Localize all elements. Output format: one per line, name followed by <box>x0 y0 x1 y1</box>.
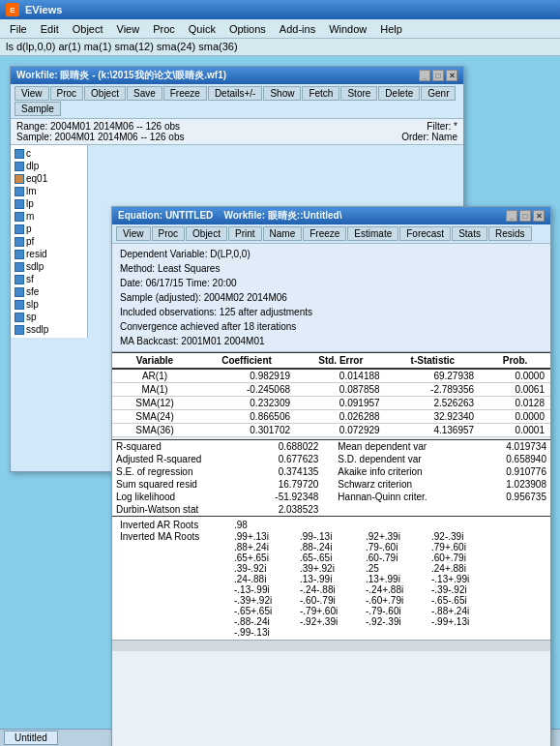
stats-row: Durbin-Watson stat2.038523 <box>112 503 550 516</box>
wf-store-btn[interactable]: Store <box>340 86 377 101</box>
eq-controls[interactable]: _ □ ✕ <box>506 210 545 222</box>
convergence-line: Convergence achieved after 18 iterations <box>120 319 543 334</box>
app-title-bar: E EViews <box>0 0 560 19</box>
formula-bar: ls d(lp,0,0) ar(1) ma(1) sma(12) sma(24)… <box>0 39 560 56</box>
menu-proc[interactable]: Proc <box>147 22 181 36</box>
wf-show-btn[interactable]: Show <box>263 86 301 101</box>
menu-file[interactable]: File <box>4 22 33 36</box>
eq-toolbar: View Proc Object Print Name Freeze Estim… <box>112 224 550 244</box>
menu-view[interactable]: View <box>111 22 146 36</box>
eq-maximize-button[interactable]: □ <box>519 210 531 222</box>
equation-window: Equation: UNTITLED Workfile: 眼睛炎::Untitl… <box>111 206 551 746</box>
var-sfe[interactable]: sfe <box>15 285 83 298</box>
eq-name-btn[interactable]: Name <box>263 226 303 241</box>
wf-sample-btn[interactable]: Sample <box>15 102 61 116</box>
eq-stats-btn[interactable]: Stats <box>452 226 487 241</box>
coef-row: SMA(36)0.3017020.0729294.1369570.0001 <box>112 424 550 437</box>
var-icon-dlp <box>15 162 24 171</box>
menu-options[interactable]: Options <box>223 22 272 36</box>
var-icon-sp <box>15 313 24 322</box>
var-lp[interactable]: lp <box>15 197 83 210</box>
method-line: Method: Least Squares <box>120 261 543 276</box>
eq-proc-btn[interactable]: Proc <box>152 226 186 241</box>
var-sdlp[interactable]: sdlp <box>15 260 83 273</box>
order-text: Order: Name <box>401 132 457 142</box>
ma-roots-row: .65+.65i.65-.65i.60-.79i.60+.79i <box>234 552 489 563</box>
eq-view-btn[interactable]: View <box>116 226 151 241</box>
var-dlp[interactable]: dlp <box>15 160 83 172</box>
eq-minimize-button[interactable]: _ <box>506 210 517 222</box>
sample-adj-line: Sample (adjusted): 2004M02 2014M06 <box>120 290 543 305</box>
workfile-title-bar: Workfile: 眼睛炎 - (k:\2015我的论文\眼睛炎.wf1) _ … <box>11 67 463 84</box>
wf-view-btn[interactable]: View <box>15 86 49 101</box>
menu-addins[interactable]: Add-ins <box>274 22 321 36</box>
col-variable: Variable <box>112 353 197 370</box>
eq-forecast-btn[interactable]: Forecast <box>399 226 451 241</box>
stats-row: Log likelihood-51.92348Hannan-Quinn crit… <box>112 491 550 503</box>
var-c[interactable]: c <box>15 147 83 160</box>
ma-roots-row: -.65+.65i-.79+.60i-.79-.60i-.88+.24i <box>234 606 489 616</box>
var-icon-c <box>15 149 24 159</box>
eq-object-btn[interactable]: Object <box>186 226 227 241</box>
var-eq01[interactable]: eq01 <box>15 172 83 185</box>
var-sp[interactable]: sp <box>15 311 83 323</box>
col-stderr: Std. Error <box>296 353 386 370</box>
menu-edit[interactable]: Edit <box>35 22 65 36</box>
wf-freeze-btn[interactable]: Freeze <box>163 86 207 101</box>
var-sf[interactable]: sf <box>15 273 83 285</box>
formula-text: ls d(lp,0,0) ar(1) ma(1) sma(12) sma(24)… <box>6 41 238 52</box>
menu-bar: File Edit Object View Proc Quick Options… <box>0 19 560 39</box>
var-m[interactable]: m <box>15 210 83 223</box>
stats-row: Adjusted R-squared0.677623S.D. dependent… <box>112 453 550 465</box>
stats-row: Sum squared resid16.79720Schwarz criteri… <box>112 478 550 491</box>
maximize-button[interactable]: □ <box>432 70 444 81</box>
var-pf[interactable]: pf <box>15 235 83 248</box>
bottom-scrollbar[interactable] <box>112 640 550 651</box>
var-lm[interactable]: lm <box>15 185 83 197</box>
app-icon: E <box>6 3 19 16</box>
wf-object-btn[interactable]: Object <box>84 86 126 101</box>
stats-row: S.E. of regression0.374135Akaike info cr… <box>112 465 550 478</box>
menu-help[interactable]: Help <box>374 22 408 36</box>
var-icon-p <box>15 224 24 234</box>
ma-roots-values: .99+.13i.99-.13i.92+.39i.92-.39i.88+.24i… <box>234 531 489 638</box>
var-p[interactable]: p <box>15 223 83 235</box>
eq-close-button[interactable]: ✕ <box>533 210 545 222</box>
workfile-controls[interactable]: _ □ ✕ <box>419 70 457 81</box>
close-button[interactable]: ✕ <box>446 70 457 81</box>
wf-save-btn[interactable]: Save <box>127 86 162 101</box>
coef-table: Variable Coefficient Std. Error t-Statis… <box>112 352 550 437</box>
stats-table: R-squared0.688022Mean dependent var4.019… <box>112 440 550 516</box>
menu-object[interactable]: Object <box>67 22 109 36</box>
eq-freeze-btn[interactable]: Freeze <box>303 226 346 241</box>
menu-quick[interactable]: Quick <box>183 22 221 36</box>
eq-title-bar: Equation: UNTITLED Workfile: 眼睛炎::Untitl… <box>112 207 550 224</box>
eq-estimate-btn[interactable]: Estimate <box>347 226 398 241</box>
wf-details-btn[interactable]: Details+/- <box>208 86 263 101</box>
var-resid[interactable]: resid <box>15 248 83 260</box>
ma-roots-row: .99+.13i.99-.13i.92+.39i.92-.39i <box>234 531 489 542</box>
minimize-button[interactable]: _ <box>419 70 430 81</box>
col-coefficient: Coefficient <box>197 353 296 370</box>
wf-fetch-btn[interactable]: Fetch <box>302 86 339 101</box>
dep-var-line: Dependent Variable: D(LP,0,0) <box>120 247 543 261</box>
var-icon-sf <box>15 275 24 284</box>
var-ssdlp[interactable]: ssdlp <box>15 323 83 336</box>
wf-proc-btn[interactable]: Proc <box>50 86 84 101</box>
var-slp[interactable]: slp <box>15 298 83 311</box>
menu-window[interactable]: Window <box>323 22 372 36</box>
var-icon-ssdlp <box>15 325 24 335</box>
eq-header-info: Dependent Variable: D(LP,0,0) Method: Le… <box>112 244 550 352</box>
wf-genr-btn[interactable]: Genr <box>421 86 456 101</box>
ma-roots-row: .88+.24i.88-.24i.79-.60i.79+.60i <box>234 542 489 552</box>
eq-print-btn[interactable]: Print <box>228 226 262 241</box>
coef-row: MA(1)-0.2450680.087858-2.7893560.0061 <box>112 383 550 397</box>
var-icon-lm <box>15 187 24 196</box>
coef-row: SMA(12)0.2323090.0919572.5262630.0128 <box>112 397 550 410</box>
eq-resids-btn[interactable]: Resids <box>488 226 532 241</box>
tab-untitled[interactable]: Untitled <box>4 731 58 745</box>
col-tstat: t-Statistic <box>386 353 481 370</box>
ma-roots-row: .24-.88i.13-.99i.13+.99i-.13+.99i <box>234 574 489 584</box>
wf-delete-btn[interactable]: Delete <box>378 86 420 101</box>
ma-roots-row: -.99-.13i <box>234 627 489 638</box>
